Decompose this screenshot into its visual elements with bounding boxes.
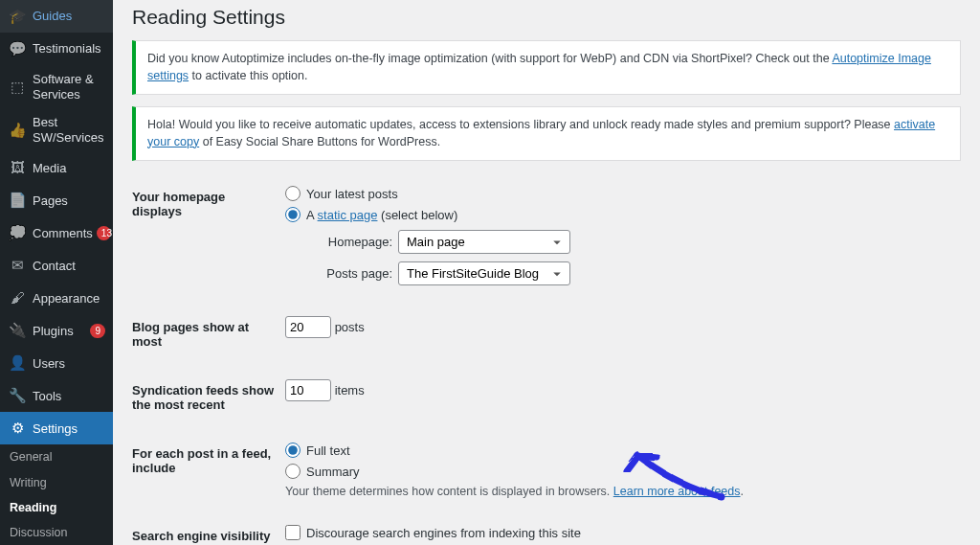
notice-text: of Easy Social Share Buttons for WordPre…: [199, 135, 440, 148]
sidebar-item-label: Tools: [33, 389, 105, 404]
sidebar-item-label: Software & Services: [33, 72, 105, 102]
sidebar-item-label: Contact: [33, 259, 105, 274]
sev-label: Search engine visibility: [132, 511, 285, 545]
syndication-label: Syndication feeds show the most recent: [132, 366, 285, 429]
blog-pages-input[interactable]: [285, 316, 331, 338]
postspage-select[interactable]: The FirstSiteGuide Blog: [398, 261, 570, 285]
sidebar-item-label: Testimonials: [33, 41, 105, 57]
sidebar-item-best-sw-services[interactable]: 👍Best SW/Services: [0, 108, 113, 151]
best-sw-services-icon: 👍: [8, 121, 27, 140]
notice-text: Did you know Autoptimize includes on-the…: [147, 52, 832, 65]
appearance-icon: 🖌: [8, 288, 27, 307]
admin-sidebar: 🎓Guides💬Testimonials⬚Software & Services…: [0, 0, 113, 545]
sidebar-item-comments[interactable]: 💭Comments13: [0, 216, 113, 249]
settings-icon: ⚙: [8, 419, 27, 438]
sidebar-item-media[interactable]: 🖼Media: [0, 151, 113, 184]
sidebar-item-label: Guides: [33, 9, 105, 24]
sidebar-item-label: Plugins: [33, 324, 86, 339]
sidebar-subitem-general[interactable]: General: [0, 444, 113, 469]
syndication-unit: items: [335, 383, 365, 397]
sev-checkbox[interactable]: [285, 525, 301, 540]
homepage-select-label: Homepage:: [322, 235, 392, 249]
blog-pages-label: Blog pages show at most: [132, 303, 285, 366]
notice-text: Hola! Would you like to receive automati…: [147, 118, 894, 131]
software-services-icon: ⬚: [8, 78, 27, 97]
feed-description: Your theme determines how content is dis…: [285, 485, 951, 498]
comments-icon: 💭: [8, 223, 27, 242]
page-title: Reading Settings: [132, 0, 961, 40]
radio-latest-posts[interactable]: [285, 186, 301, 201]
feed-include-label: For each post in a feed, include: [132, 429, 285, 511]
notice-autoptimize: Did you know Autoptimize includes on-the…: [132, 40, 961, 95]
pages-icon: 📄: [8, 191, 27, 210]
notice-text: to activate this option.: [189, 69, 307, 82]
sidebar-item-label: Appearance: [33, 291, 105, 307]
users-icon: 👤: [8, 353, 27, 373]
contact-icon: ✉: [8, 256, 27, 275]
notice-essb: Hola! Would you like to receive automati…: [132, 106, 961, 161]
sidebar-item-label: Comments: [33, 226, 93, 241]
radio-full-text-label: Full text: [306, 443, 350, 458]
sidebar-subitem-writing[interactable]: Writing: [0, 470, 113, 495]
static-page-link[interactable]: static page: [318, 208, 378, 222]
testimonials-icon: 💬: [8, 39, 27, 58]
radio-static-page[interactable]: [285, 207, 301, 222]
sidebar-item-pages[interactable]: 📄Pages: [0, 184, 113, 216]
sidebar-item-appearance[interactable]: 🖌Appearance: [0, 282, 113, 314]
sidebar-item-testimonials[interactable]: 💬Testimonials: [0, 33, 113, 65]
radio-full-text[interactable]: [285, 443, 301, 458]
plugins-icon: 🔌: [8, 321, 27, 340]
sidebar-item-label: Best SW/Services: [33, 115, 105, 145]
homepage-select[interactable]: Main page: [398, 230, 570, 254]
postspage-select-label: Posts page:: [322, 266, 392, 281]
count-badge: 9: [90, 324, 105, 338]
main-content: Reading Settings Did you know Autoptimiz…: [113, 0, 980, 545]
count-badge: 13: [97, 226, 111, 240]
guides-icon: 🎓: [8, 7, 27, 26]
sidebar-item-settings[interactable]: ⚙Settings: [0, 412, 113, 444]
sidebar-subitem-reading[interactable]: Reading: [0, 495, 113, 520]
sidebar-item-software-services[interactable]: ⬚Software & Services: [0, 65, 113, 108]
radio-latest-posts-label: Your latest posts: [306, 187, 398, 201]
sidebar-item-label: Pages: [33, 193, 105, 209]
sidebar-subitem-discussion[interactable]: Discussion: [0, 520, 113, 545]
blog-pages-unit: posts: [335, 320, 365, 334]
sidebar-item-contact[interactable]: ✉Contact: [0, 249, 113, 282]
media-icon: 🖼: [8, 158, 27, 177]
radio-static-suffix: (select below): [377, 208, 457, 222]
sidebar-item-users[interactable]: 👤Users: [0, 347, 113, 379]
learn-more-feeds-link[interactable]: Learn more about feeds: [613, 485, 741, 498]
homepage-displays-label: Your homepage displays: [132, 172, 285, 303]
sidebar-item-plugins[interactable]: 🔌Plugins9: [0, 314, 113, 347]
radio-summary[interactable]: [285, 464, 301, 479]
sev-checkbox-label: Discourage search engines from indexing …: [306, 526, 581, 540]
sidebar-item-label: Users: [33, 356, 105, 372]
syndication-input[interactable]: [285, 379, 331, 401]
sidebar-item-tools[interactable]: 🔧Tools: [0, 379, 113, 412]
sidebar-item-label: Media: [33, 161, 105, 176]
tools-icon: 🔧: [8, 386, 27, 405]
sidebar-item-label: Settings: [33, 421, 105, 437]
sidebar-item-guides[interactable]: 🎓Guides: [0, 0, 113, 33]
radio-summary-label: Summary: [306, 465, 360, 479]
settings-form: Your homepage displays Your latest posts…: [132, 172, 961, 545]
radio-static-prefix: A: [306, 208, 318, 222]
